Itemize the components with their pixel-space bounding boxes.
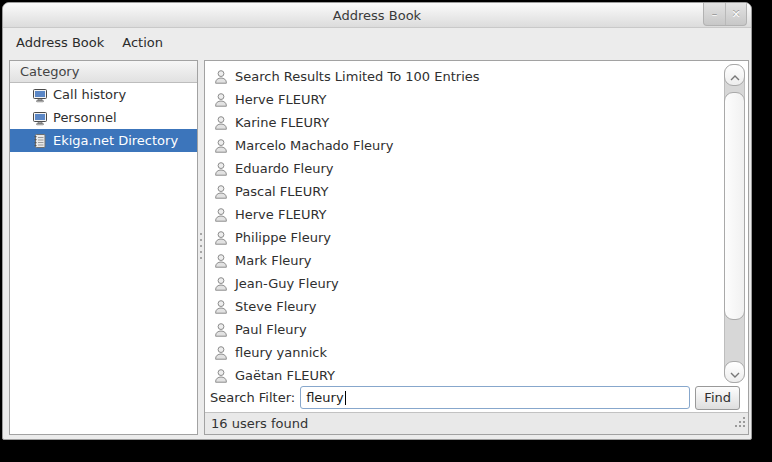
person-icon xyxy=(213,368,229,384)
search-filter-row: Search Filter: fleury Find xyxy=(205,385,748,412)
find-button[interactable]: Find xyxy=(695,386,740,410)
chevron-down-icon xyxy=(730,363,740,382)
person-icon xyxy=(213,138,229,154)
window-controls: – ✕ xyxy=(703,3,747,26)
list-item[interactable]: Paul Fleury xyxy=(205,318,748,341)
list-item[interactable]: Search Results Limited To 100 Entries xyxy=(205,65,748,88)
person-icon xyxy=(213,230,229,246)
list-item-label: Herve FLEURY xyxy=(235,207,327,222)
list-item[interactable]: Philippe Fleury xyxy=(205,226,748,249)
list-item[interactable]: Herve FLEURY xyxy=(205,88,748,111)
scroll-up-button[interactable] xyxy=(724,64,745,86)
computer-icon xyxy=(32,110,48,126)
list-item-label: Pascal FLEURY xyxy=(235,184,328,199)
sidebar-item-personnel[interactable]: Personnel xyxy=(10,106,197,129)
list-item-label: Jean-Guy Fleury xyxy=(235,276,339,291)
status-bar: 16 users found xyxy=(205,412,748,434)
list-item[interactable]: Steve Fleury xyxy=(205,295,748,318)
list-item-label: Mark Fleury xyxy=(235,253,312,268)
list-item[interactable]: Jean-Guy Fleury xyxy=(205,272,748,295)
titlebar[interactable]: Address Book – ✕ xyxy=(3,3,751,28)
sidebar-item-call-history[interactable]: Call history xyxy=(10,83,197,106)
scroll-down-button[interactable] xyxy=(724,361,745,383)
computer-icon xyxy=(32,87,48,103)
directory-panel: Search Results Limited To 100 EntriesHer… xyxy=(204,60,749,435)
person-icon xyxy=(213,345,229,361)
vertical-scrollbar xyxy=(724,64,745,383)
list-item-label: Karine FLEURY xyxy=(235,115,329,130)
list-item[interactable]: Pascal FLEURY xyxy=(205,180,748,203)
list-item-label: Philippe Fleury xyxy=(235,230,331,245)
person-icon xyxy=(213,92,229,108)
search-filter-value: fleury xyxy=(306,390,343,405)
list-item-label: Paul Fleury xyxy=(235,322,307,337)
person-icon xyxy=(213,253,229,269)
sidebar-item-ekiga-net-directory[interactable]: Ekiga.net Directory xyxy=(10,129,197,152)
search-filter-input[interactable]: fleury xyxy=(300,386,690,409)
list-item-label: Eduardo Fleury xyxy=(235,161,334,176)
person-icon xyxy=(213,69,229,85)
list-item-label: Herve FLEURY xyxy=(235,92,327,107)
list-item[interactable]: Eduardo Fleury xyxy=(205,157,748,180)
list-item[interactable]: fleury yannick xyxy=(205,341,748,364)
list-item[interactable]: Karine FLEURY xyxy=(205,111,748,134)
category-panel: Category Call historyPersonnelEkiga.net … xyxy=(9,60,198,435)
person-icon xyxy=(213,161,229,177)
list-item[interactable]: Gaëtan FLEURY xyxy=(205,364,748,385)
search-filter-label: Search Filter: xyxy=(210,390,295,405)
list-item-label: Marcelo Machado Fleury xyxy=(235,138,393,153)
list-item-label: Gaëtan FLEURY xyxy=(235,368,335,383)
person-icon xyxy=(213,207,229,223)
list-item[interactable]: Herve FLEURY xyxy=(205,203,748,226)
chevron-up-icon xyxy=(730,66,740,85)
sidebar-item-label: Call history xyxy=(53,87,126,102)
minimize-button[interactable]: – xyxy=(704,3,725,25)
contact-list: Search Results Limited To 100 EntriesHer… xyxy=(205,61,748,385)
list-item[interactable]: Mark Fleury xyxy=(205,249,748,272)
close-button[interactable]: ✕ xyxy=(725,3,746,25)
sidebar-item-label: Ekiga.net Directory xyxy=(53,133,178,148)
person-icon xyxy=(213,115,229,131)
list-item-label: fleury yannick xyxy=(235,345,327,360)
menu-action[interactable]: Action xyxy=(113,32,172,53)
person-icon xyxy=(213,184,229,200)
pane-splitter[interactable] xyxy=(199,233,203,267)
sidebar-item-label: Personnel xyxy=(53,110,117,125)
list-item[interactable]: Marcelo Machado Fleury xyxy=(205,134,748,157)
window-title: Address Book xyxy=(3,3,751,28)
list-item-label: Search Results Limited To 100 Entries xyxy=(235,69,480,84)
text-caret xyxy=(345,391,346,405)
category-column-header[interactable]: Category xyxy=(10,61,197,83)
screen: Address Book – ✕ Address Book Action Cat… xyxy=(0,0,772,462)
resize-grip-icon[interactable] xyxy=(734,413,746,432)
person-icon xyxy=(213,276,229,292)
address-book-window: Address Book – ✕ Address Book Action Cat… xyxy=(2,2,752,440)
list-item-label: Steve Fleury xyxy=(235,299,317,314)
scrollbar-thumb[interactable] xyxy=(724,92,745,320)
sidebar-list: Call historyPersonnelEkiga.net Directory xyxy=(10,83,197,152)
person-icon xyxy=(213,299,229,315)
directory-icon xyxy=(32,133,48,149)
status-text: 16 users found xyxy=(211,416,308,431)
menubar: Address Book Action xyxy=(3,29,751,55)
menu-address-book[interactable]: Address Book xyxy=(7,32,113,53)
person-icon xyxy=(213,322,229,338)
